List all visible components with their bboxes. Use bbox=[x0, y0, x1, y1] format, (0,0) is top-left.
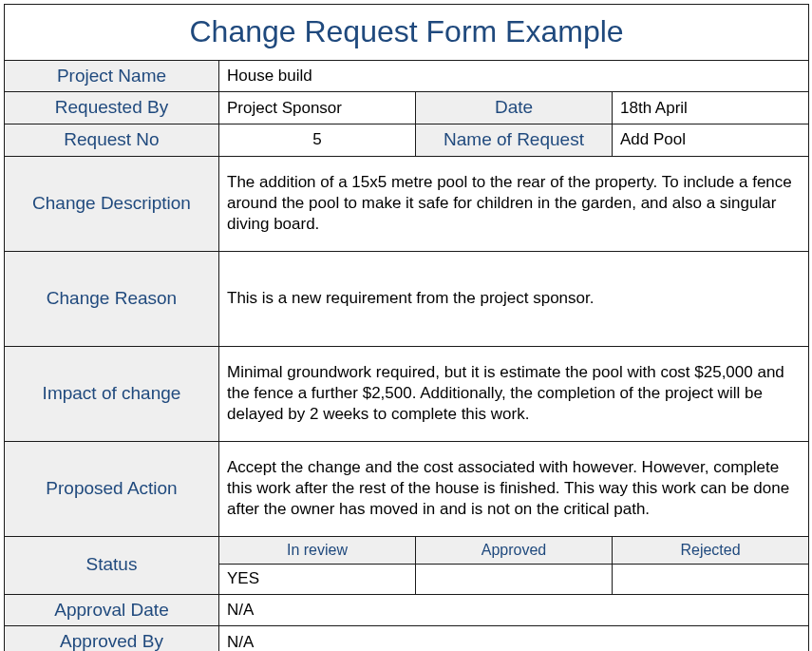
date-value: 18th April bbox=[613, 92, 809, 124]
change-description-value: The addition of a 15x5 metre pool to the… bbox=[219, 156, 809, 251]
proposed-action-label: Proposed Action bbox=[5, 441, 219, 536]
approval-date-value: N/A bbox=[219, 594, 809, 626]
date-label: Date bbox=[416, 92, 613, 124]
requested-by-label: Requested By bbox=[5, 92, 219, 124]
change-request-form: Change Request Form Example Project Name… bbox=[4, 4, 809, 651]
impact-label: Impact of change bbox=[5, 346, 219, 441]
approval-date-label: Approval Date bbox=[5, 594, 219, 626]
form-title: Change Request Form Example bbox=[5, 5, 809, 61]
request-no-label: Request No bbox=[5, 124, 219, 156]
status-rejected-value bbox=[613, 565, 809, 594]
status-in-review-value: YES bbox=[219, 565, 416, 594]
name-of-request-label: Name of Request bbox=[416, 124, 613, 156]
approved-by-value: N/A bbox=[219, 626, 809, 651]
change-description-label: Change Description bbox=[5, 156, 219, 251]
project-name-value: House build bbox=[219, 60, 809, 92]
project-name-label: Project Name bbox=[5, 60, 219, 92]
status-approved-value bbox=[416, 565, 613, 594]
status-header-approved: Approved bbox=[416, 536, 613, 565]
name-of-request-value: Add Pool bbox=[613, 124, 809, 156]
requested-by-value: Project Sponsor bbox=[219, 92, 416, 124]
status-header-in-review: In review bbox=[219, 536, 416, 565]
change-reason-label: Change Reason bbox=[5, 251, 219, 346]
status-header-rejected: Rejected bbox=[613, 536, 809, 565]
approved-by-label: Approved By bbox=[5, 626, 219, 651]
change-reason-value: This is a new requirement from the proje… bbox=[219, 251, 809, 346]
status-label: Status bbox=[5, 536, 219, 594]
impact-value: Minimal groundwork required, but it is e… bbox=[219, 346, 809, 441]
proposed-action-value: Accept the change and the cost associate… bbox=[219, 441, 809, 536]
request-no-value: 5 bbox=[219, 124, 416, 156]
